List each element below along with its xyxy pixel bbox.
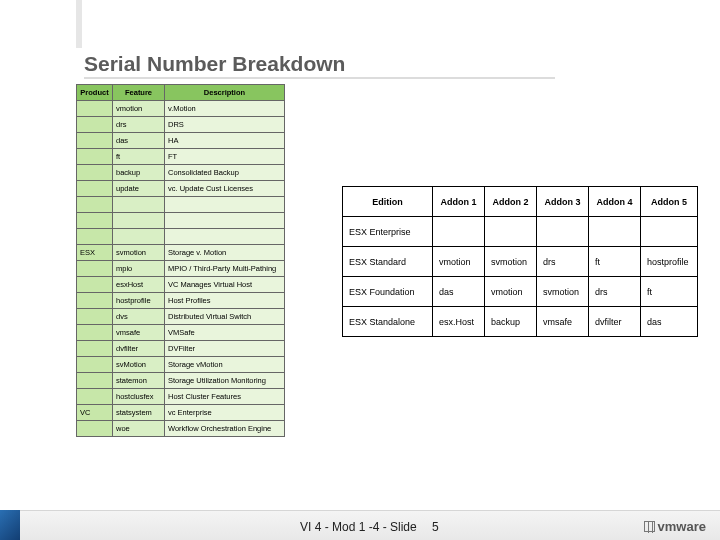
cell-addon5: hostprofile (641, 247, 698, 277)
cell-product (77, 373, 113, 389)
edition-row: ESX Foundationdasvmotionsvmotiondrsft (343, 277, 698, 307)
cell-description: HA (165, 133, 285, 149)
logo-icon (644, 521, 655, 532)
header-addon3: Addon 3 (537, 187, 589, 217)
feature-row (77, 197, 285, 213)
cell-feature: statemon (113, 373, 165, 389)
page-title: Serial Number Breakdown (84, 52, 555, 79)
cell-description: Storage v. Motion (165, 245, 285, 261)
cell-addon1 (433, 217, 485, 247)
feature-row: svMotionStorage vMotion (77, 357, 285, 373)
cell-description: VMSafe (165, 325, 285, 341)
cell-addon3: svmotion (537, 277, 589, 307)
cell-feature: dvfilter (113, 341, 165, 357)
cell-feature (113, 229, 165, 245)
cell-description (165, 229, 285, 245)
cell-description: VC Manages Virtual Host (165, 277, 285, 293)
header-addon2: Addon 2 (485, 187, 537, 217)
cell-feature: ft (113, 149, 165, 165)
cell-edition: ESX Standalone (343, 307, 433, 337)
cell-addon2: svmotion (485, 247, 537, 277)
header-feature: Feature (113, 85, 165, 101)
cell-product (77, 149, 113, 165)
cell-feature (113, 213, 165, 229)
header-addon1: Addon 1 (433, 187, 485, 217)
page-title-text: Serial Number Breakdown (84, 52, 345, 75)
cell-edition: ESX Foundation (343, 277, 433, 307)
cell-description: Storage vMotion (165, 357, 285, 373)
feature-row: mpioMPIO / Third-Party Multi-Pathing (77, 261, 285, 277)
feature-row: VCstatsystemvc Enterprise (77, 405, 285, 421)
cell-product (77, 309, 113, 325)
edition-row: ESX Standardvmotionsvmotiondrsfthostprof… (343, 247, 698, 277)
cell-product (77, 357, 113, 373)
cell-description: Consolidated Backup (165, 165, 285, 181)
cell-description: DRS (165, 117, 285, 133)
header-addon5: Addon 5 (641, 187, 698, 217)
slide-page: 5 (432, 520, 439, 534)
cell-description: Distributed Virtual Switch (165, 309, 285, 325)
cell-feature (113, 197, 165, 213)
cell-feature: vmsafe (113, 325, 165, 341)
feature-table-header-row: Product Feature Description (77, 85, 285, 101)
vmware-logo: vmware (644, 519, 706, 534)
cell-addon5: ft (641, 277, 698, 307)
feature-row: esxHostVC Manages Virtual Host (77, 277, 285, 293)
feature-row (77, 213, 285, 229)
feature-row: dvfilterDVFilter (77, 341, 285, 357)
header-addon4: Addon 4 (589, 187, 641, 217)
cell-addon5: das (641, 307, 698, 337)
cell-description: v.Motion (165, 101, 285, 117)
cell-addon2: backup (485, 307, 537, 337)
cell-product (77, 421, 113, 437)
header-accent (76, 0, 82, 48)
cell-product (77, 293, 113, 309)
cell-feature: svmotion (113, 245, 165, 261)
footer: VI 4 - Mod 1 -4 - Slide 5 vmware (0, 510, 720, 540)
cell-feature: mpio (113, 261, 165, 277)
cell-description: vc. Update Cust Licenses (165, 181, 285, 197)
feature-row: drsDRS (77, 117, 285, 133)
cell-description: vc Enterprise (165, 405, 285, 421)
cell-description: Workflow Orchestration Engine (165, 421, 285, 437)
cell-product: VC (77, 405, 113, 421)
cell-addon2 (485, 217, 537, 247)
header-product: Product (77, 85, 113, 101)
cell-feature: woe (113, 421, 165, 437)
cell-product (77, 133, 113, 149)
cell-addon1: esx.Host (433, 307, 485, 337)
feature-row: statemonStorage Utilization Monitoring (77, 373, 285, 389)
cell-product (77, 229, 113, 245)
cell-feature: svMotion (113, 357, 165, 373)
edition-row: ESX Standaloneesx.Hostbackupvmsafedvfilt… (343, 307, 698, 337)
feature-row: hostprofileHost Profiles (77, 293, 285, 309)
cell-product (77, 389, 113, 405)
cell-feature: hostclusfex (113, 389, 165, 405)
cell-addon1: das (433, 277, 485, 307)
cell-feature: backup (113, 165, 165, 181)
cell-feature: esxHost (113, 277, 165, 293)
footer-accent-square (0, 510, 20, 540)
cell-product (77, 197, 113, 213)
slide-number: VI 4 - Mod 1 -4 - Slide 5 (300, 520, 439, 534)
cell-addon5 (641, 217, 698, 247)
header-bar (0, 0, 720, 48)
cell-product (77, 181, 113, 197)
feature-row: vmsafeVMSafe (77, 325, 285, 341)
cell-addon4: ft (589, 247, 641, 277)
slide-label: VI 4 - Mod 1 -4 - Slide (300, 520, 417, 534)
cell-description: Host Cluster Features (165, 389, 285, 405)
cell-product: ESX (77, 245, 113, 261)
logo-text: vmware (658, 519, 706, 534)
cell-addon2: vmotion (485, 277, 537, 307)
cell-product (77, 213, 113, 229)
feature-breakdown-table: Product Feature Description vmotionv.Mot… (76, 84, 285, 437)
cell-product (77, 117, 113, 133)
cell-feature: hostprofile (113, 293, 165, 309)
feature-row: backupConsolidated Backup (77, 165, 285, 181)
cell-product (77, 101, 113, 117)
header-description: Description (165, 85, 285, 101)
feature-row: hostclusfexHost Cluster Features (77, 389, 285, 405)
header-edition: Edition (343, 187, 433, 217)
edition-row: ESX Enterprise (343, 217, 698, 247)
